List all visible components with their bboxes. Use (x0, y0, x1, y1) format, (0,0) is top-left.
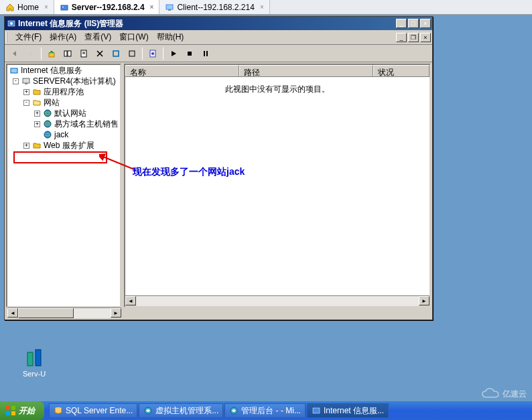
svg-rect-21 (25, 83, 27, 84)
sqlserver-icon (54, 406, 63, 415)
stop-button[interactable] (182, 46, 197, 61)
task-label: 管理后台 - - Mi... (241, 405, 301, 417)
maximize-button[interactable]: □ (408, 19, 419, 28)
tree-websites[interactable]: - 网站 (7, 97, 120, 108)
svg-rect-2 (166, 5, 173, 9)
annotation-highlight (13, 151, 107, 163)
taskbar-item-sqlserver[interactable]: SQL Server Ente... (49, 403, 137, 418)
tree-root[interactable]: Internet 信息服务 (7, 65, 120, 76)
folder-icon (31, 86, 42, 97)
watermark: 亿速云 (481, 388, 527, 400)
svg-line-25 (103, 157, 136, 170)
svg-rect-13 (129, 51, 135, 56)
up-button[interactable] (44, 46, 59, 61)
menu-action[interactable]: 操作(A) (46, 30, 80, 44)
tree-scrollbar[interactable]: ◄ ► (7, 307, 121, 318)
collapse-icon[interactable]: - (23, 100, 29, 106)
mdi-restore-button[interactable]: ❐ (408, 33, 419, 42)
desktop-icon-servu[interactable]: Serv-U (11, 347, 58, 378)
horizontal-scrollbar[interactable]: ◄ ► (125, 295, 429, 306)
empty-message: 此视图中没有可显示的项目。 (125, 77, 429, 95)
client-icon (165, 3, 174, 12)
scroll-right-icon[interactable]: ► (419, 296, 429, 305)
column-path[interactable]: 路径 (239, 65, 373, 76)
iis-root-icon (9, 65, 19, 76)
menu-view[interactable]: 查看(V) (80, 30, 115, 44)
taskbar-item-admin[interactable]: 管理后台 - - Mi... (224, 403, 306, 418)
svg-rect-29 (11, 406, 15, 410)
svg-point-23 (44, 121, 51, 127)
collapse-icon[interactable]: - (13, 78, 19, 84)
scroll-right-icon[interactable]: ► (111, 308, 121, 318)
expand-icon[interactable]: + (23, 89, 29, 95)
menu-window[interactable]: 窗口(W) (115, 30, 152, 44)
delete-button[interactable] (92, 46, 107, 61)
show-hide-button[interactable] (60, 46, 75, 61)
tab-label: Client--192.168.2.214 (177, 3, 254, 12)
ie-icon (143, 406, 153, 415)
tree-label: jack (54, 130, 68, 139)
svg-rect-19 (11, 68, 17, 73)
column-status[interactable]: 状况 (373, 65, 429, 76)
svg-rect-26 (27, 352, 33, 366)
tree-pane[interactable]: Internet 信息服务 - SERVER4(本地计算机) + 应用程序池 -… (6, 64, 121, 307)
tree-web-extensions[interactable]: + Web 服务扩展 (7, 140, 120, 151)
taskbar-item-iis[interactable]: Internet 信息服... (307, 403, 389, 418)
pause-button[interactable] (198, 46, 213, 61)
svg-rect-6 (49, 53, 54, 57)
svg-rect-30 (6, 411, 10, 415)
menu-help[interactable]: 帮助(H) (153, 30, 188, 44)
watermark-text: 亿速云 (503, 389, 527, 400)
tree-server[interactable]: - SERVER4(本地计算机) (7, 76, 120, 86)
tree-app-pools[interactable]: + 应用程序池 (7, 86, 120, 97)
scroll-left-icon[interactable]: ◄ (125, 296, 136, 305)
start-button[interactable]: 开始 (0, 401, 44, 420)
menu-file[interactable]: 文件(F) (11, 30, 46, 44)
refresh-button[interactable] (109, 46, 123, 61)
tree-label: 应用程序池 (44, 86, 84, 98)
expand-icon[interactable]: + (34, 121, 40, 127)
svg-rect-35 (313, 408, 320, 413)
settings-button[interactable] (145, 46, 160, 61)
minimize-button[interactable]: _ (396, 19, 407, 28)
close-button[interactable]: × (420, 19, 431, 28)
play-button[interactable] (166, 46, 181, 61)
globe-icon (42, 119, 53, 129)
mdi-minimize-button[interactable]: _ (396, 33, 407, 42)
toolbar (5, 45, 432, 62)
properties-button[interactable] (76, 46, 91, 61)
tree-label: SERVER4(本地计算机) (33, 76, 116, 87)
computer-icon (21, 76, 31, 86)
close-icon[interactable]: × (260, 3, 264, 11)
server-icon (60, 3, 69, 12)
grip-icon (6, 32, 10, 43)
servu-icon (23, 347, 45, 368)
tree-jack-site[interactable]: jack (7, 129, 120, 140)
svg-rect-31 (11, 411, 15, 415)
browser-tab-server[interactable]: Server--192.168.2.4 × (54, 0, 160, 14)
start-label: 开始 (19, 405, 35, 417)
close-icon[interactable]: × (150, 3, 154, 11)
titlebar[interactable]: Internet 信息服务 (IIS)管理器 _ □ × (5, 17, 432, 30)
export-button[interactable] (125, 46, 139, 61)
svg-point-15 (151, 52, 154, 55)
expand-icon[interactable]: + (34, 111, 40, 117)
expand-icon[interactable]: + (23, 143, 29, 149)
browser-tab-client[interactable]: Client--192.168.2.214 × (159, 0, 269, 14)
tree-yifang-site[interactable]: + 易方域名主机销售 (7, 119, 120, 129)
tree-label: 易方域名主机销售 (54, 119, 119, 130)
task-label: SQL Server Ente... (66, 406, 133, 415)
svg-rect-12 (113, 51, 119, 56)
task-label: 虚拟主机管理系... (155, 405, 218, 417)
tree-default-site[interactable]: + 默认网站 (7, 108, 120, 119)
windows-logo-icon (5, 405, 16, 416)
close-icon[interactable]: × (44, 3, 48, 11)
column-name[interactable]: 名称 (125, 65, 239, 76)
mdi-close-button[interactable]: × (420, 33, 431, 42)
browser-tab-home[interactable]: Home × (0, 0, 54, 14)
back-button[interactable] (7, 46, 22, 61)
svg-point-22 (44, 110, 51, 117)
scroll-left-icon[interactable]: ◄ (7, 308, 18, 318)
taskbar-item-vhost[interactable]: 虚拟主机管理系... (139, 403, 223, 418)
forward-button[interactable] (23, 46, 38, 61)
